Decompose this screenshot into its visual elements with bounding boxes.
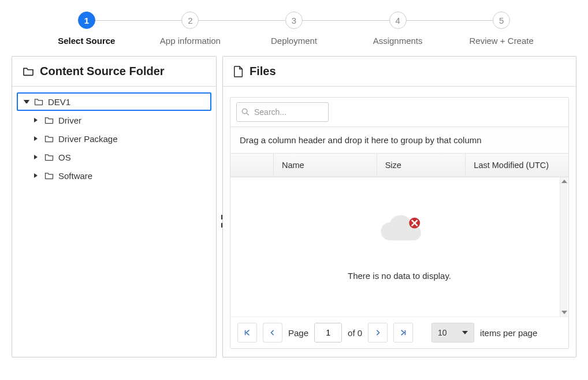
- table-header-row: Name Size Last Modified (UTC): [230, 154, 568, 177]
- search-box[interactable]: [236, 102, 329, 122]
- table-body-empty: There is no data to display.: [230, 177, 568, 316]
- divider: [12, 86, 216, 87]
- folder-icon: [44, 154, 54, 161]
- divider: [223, 86, 576, 87]
- tree-item-os[interactable]: OS: [17, 148, 211, 166]
- pager: Page of 0 10 items per page: [230, 316, 568, 348]
- search-input[interactable]: [254, 107, 323, 117]
- step-label: Deployment: [271, 36, 317, 46]
- step-label: Assignments: [373, 36, 423, 46]
- pager-per-page-label: items per page: [480, 328, 537, 338]
- svg-point-0: [242, 109, 247, 113]
- folder-tree: DEV1 Driver Driver Package: [12, 90, 216, 187]
- column-expander[interactable]: [230, 154, 274, 177]
- wizard-stepper: 1 Select Source 2 App information 3 Depl…: [0, 0, 588, 46]
- chevron-right-icon[interactable]: [34, 117, 40, 123]
- pager-next-button[interactable]: [368, 323, 388, 342]
- column-header-size[interactable]: Size: [377, 154, 466, 177]
- chevron-right-icon[interactable]: [34, 154, 40, 160]
- panel-header: Content Source Folder: [12, 57, 216, 84]
- file-icon: [233, 66, 244, 77]
- folder-icon: [23, 67, 34, 76]
- folder-icon: [34, 98, 43, 106]
- tree-item-dev1[interactable]: DEV1: [17, 92, 211, 111]
- pager-first-button[interactable]: [237, 323, 257, 342]
- chevron-right-icon[interactable]: [34, 173, 40, 178]
- pager-page-input[interactable]: [314, 323, 342, 342]
- empty-state-text: There is no data to display.: [348, 271, 451, 281]
- tree-item-driver-package[interactable]: Driver Package: [17, 129, 211, 148]
- page-size-select[interactable]: 10: [431, 323, 474, 342]
- column-header-modified[interactable]: Last Modified (UTC): [466, 154, 568, 177]
- tree-item-label: OS: [58, 152, 71, 162]
- splitter-handle[interactable]: [221, 213, 223, 230]
- step-number: 2: [181, 12, 199, 29]
- folder-icon: [44, 172, 54, 180]
- step-assignments[interactable]: 4 Assignments: [346, 12, 450, 46]
- files-panel: Files Drag a column header and drop it h…: [222, 56, 576, 357]
- folder-icon: [44, 117, 54, 124]
- step-number: 5: [493, 12, 510, 29]
- step-review-create[interactable]: 5 Review + Create: [449, 12, 553, 46]
- empty-state-cloud-icon: [374, 213, 426, 248]
- pager-of-label: of 0: [348, 328, 362, 338]
- page-size-value: 10: [438, 328, 447, 337]
- tree-item-software[interactable]: Software: [17, 166, 211, 185]
- search-row: [230, 98, 568, 126]
- tree-item-label: Driver: [58, 116, 81, 125]
- tree-item-driver[interactable]: Driver: [17, 111, 211, 129]
- folder-icon: [44, 135, 54, 143]
- panel-title: Content Source Folder: [40, 65, 165, 78]
- files-grid-container: Drag a column header and drop it here to…: [230, 97, 569, 349]
- pager-page-label: Page: [288, 328, 308, 338]
- chevron-down-icon: [462, 331, 468, 334]
- scroll-up-icon[interactable]: [561, 180, 567, 183]
- step-label: Select Source: [58, 36, 115, 46]
- pager-last-button[interactable]: [393, 323, 413, 342]
- step-deployment[interactable]: 3 Deployment: [242, 12, 346, 46]
- svg-line-1: [247, 113, 249, 116]
- vertical-scrollbar[interactable]: [560, 177, 568, 316]
- column-header-name[interactable]: Name: [274, 154, 377, 177]
- tree-item-label: DEV1: [48, 97, 70, 107]
- search-icon: [241, 108, 250, 116]
- panel-header: Files: [223, 57, 576, 84]
- group-by-drop-area[interactable]: Drag a column header and drop it here to…: [230, 126, 568, 154]
- step-label: Review + Create: [470, 36, 534, 46]
- step-app-information[interactable]: 2 App information: [139, 12, 243, 46]
- tree-item-label: Driver Package: [58, 134, 118, 144]
- content-source-panel: Content Source Folder DEV1 Driver: [12, 56, 217, 357]
- scroll-down-icon[interactable]: [561, 311, 567, 314]
- step-number: 4: [389, 12, 407, 29]
- step-label: App information: [160, 36, 221, 46]
- pager-prev-button[interactable]: [263, 323, 282, 342]
- step-number: 1: [78, 12, 95, 29]
- chevron-right-icon[interactable]: [34, 136, 40, 141]
- chevron-down-icon[interactable]: [24, 99, 29, 105]
- step-number: 3: [285, 12, 303, 29]
- step-select-source[interactable]: 1 Select Source: [35, 12, 139, 46]
- tree-item-label: Software: [58, 171, 92, 181]
- panel-title: Files: [250, 65, 276, 78]
